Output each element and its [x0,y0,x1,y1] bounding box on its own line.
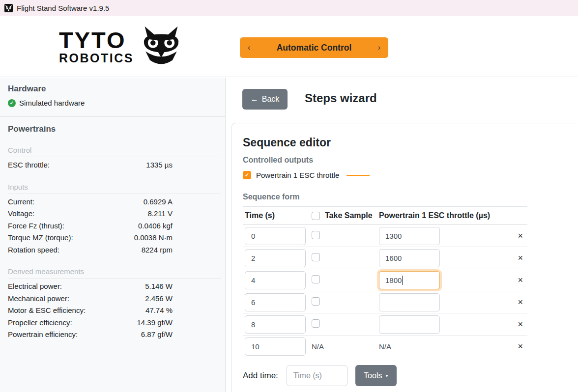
main-panel: ← Back Steps wizard Sequence editor Cont… [226,78,578,392]
take-sample-checkbox[interactable] [312,319,320,328]
time-input[interactable] [245,337,306,356]
measurement-row: Current: 0.6929 A [8,196,221,208]
add-time-input[interactable] [287,365,347,386]
take-sample-header-label: Take Sample [325,211,373,220]
tools-dropdown-button[interactable]: Tools ▾ [355,365,397,386]
sequence-form-heading: Sequence form [243,193,578,201]
measurement-section-label: Control [8,146,221,157]
measurement-row: Torque MZ (torque): 0.0038 N·m [8,232,221,244]
measurement-value: 2.456 W [145,293,173,305]
back-arrow-icon: ← [251,95,259,104]
measurement-row: Rotation speed: 8224 rpm [8,244,221,256]
next-chevron-icon[interactable]: › [378,44,380,52]
hardware-status: ✓ Simulated hardware [8,99,217,107]
throttle-input[interactable] [379,315,440,334]
measurement-row: Motor & ESC efficiency: 47.74 % [8,305,221,317]
text-cursor [402,276,403,285]
measurement-name: ESC throttle: [8,159,50,171]
add-time-row: Add time: Tools ▾ [243,365,578,386]
measurement-section: Control ESC throttle: 1335 µs [8,146,221,171]
sequence-table-header: Time (s) Take Sample Powertrain 1 ESC th… [243,206,527,225]
delete-row-button[interactable]: × [518,320,523,329]
sequence-table: Time (s) Take Sample Powertrain 1 ESC th… [243,206,527,358]
brand-top: TYTO [59,29,134,52]
measurement-name: Motor & ESC efficiency: [8,305,86,317]
measurement-value: 6.87 gf/W [141,329,173,341]
measurement-row: Mechanical power: 2.456 W [8,293,221,305]
na-text: N/A [379,342,391,351]
throttle-input[interactable] [379,271,440,289]
sequence-row: N/A N/A × [243,336,527,358]
check-circle-icon: ✓ [8,99,16,107]
measurement-name: Electrical power: [8,280,62,293]
owl-logo-icon [140,25,183,70]
sidebar: Hardware ✓ Simulated hardware Powertrain… [0,78,226,392]
take-sample-all-checkbox[interactable] [312,212,320,220]
delete-row-button[interactable]: × [518,342,523,351]
measurement-row: ESC throttle: 1335 µs [8,159,221,171]
measurement-value: 1335 µs [146,159,173,171]
measurement-value: 47.74 % [145,305,173,317]
measurement-value: 8.211 V [147,208,173,220]
output-legend-line [347,175,370,176]
sequence-row: × [243,225,527,247]
time-input[interactable] [245,227,306,245]
app-owl-icon [4,4,13,12]
time-input[interactable] [245,293,306,311]
app-header: TYTO ROBOTICS ‹ Automatic Control › [0,16,578,77]
measurement-value: 8224 rpm [142,244,173,256]
measurement-section: Inputs Current: 0.6929 A Voltage: 8.211 … [8,183,221,256]
sequence-row: × [243,313,527,336]
tyto-robotics-logo: TYTO ROBOTICS [59,25,183,70]
measurement-name: Torque MZ (torque): [8,232,73,244]
measurement-name: Voltage: [8,208,34,220]
measurement-row: Powertrain efficiency: 6.87 gf/W [8,329,221,341]
take-sample-checkbox[interactable] [312,253,320,261]
measurement-name: Current: [8,196,34,208]
page-title: Steps wizard [305,91,377,105]
measurement-section-label: Inputs [8,183,221,194]
measurement-row: Force Fz (thrust): 0.0406 kgf [8,220,221,232]
throttle-input[interactable] [379,293,440,311]
throttle-input[interactable] [379,249,440,267]
measurement-section-label: Derived measurements [8,267,221,279]
take-sample-checkbox[interactable] [312,231,320,239]
time-input[interactable] [245,249,306,267]
sequence-row: × [243,291,527,313]
delete-row-button[interactable]: × [518,253,523,262]
brand-text: TYTO ROBOTICS [59,29,134,65]
caret-down-icon: ▾ [385,373,388,378]
back-button[interactable]: ← Back [242,89,288,110]
delete-row-button[interactable]: × [518,298,523,307]
hardware-section: Hardware ✓ Simulated hardware [0,78,225,117]
throttle-input[interactable] [379,227,440,245]
col-header-time: Time (s) [243,211,312,220]
measurement-row: Voltage: 8.211 V [8,208,221,220]
sequence-row: × [243,269,527,291]
measurement-value: 5.146 W [145,280,173,293]
back-button-label: Back [262,95,280,104]
delete-row-button[interactable]: × [518,231,523,240]
measurement-value: 0.0406 kgf [138,220,173,232]
measurement-row: Propeller efficiency: 14.39 gf/W [8,317,221,329]
output-checkbox[interactable]: ✓ [243,171,251,179]
window-titlebar: Flight Stand Software v1.9.5 [0,0,578,16]
brand-bottom: ROBOTICS [59,52,134,65]
controlled-outputs-heading: Controlled outputs [243,156,578,165]
hardware-heading: Hardware [8,84,217,94]
automatic-control-nav-button[interactable]: ‹ Automatic Control › [240,37,388,58]
window-title: Flight Stand Software v1.9.5 [17,4,109,12]
add-time-label: Add time: [243,371,278,381]
take-sample-checkbox[interactable] [312,275,320,283]
take-sample-checkbox[interactable] [312,297,320,306]
controlled-output-row: ✓ Powertrain 1 ESC throttle [243,171,578,179]
col-header-take-sample: Take Sample [312,211,379,220]
nav-button-label: Automatic Control [250,43,377,53]
delete-row-button[interactable]: × [518,276,523,284]
time-input[interactable] [245,315,306,334]
time-input[interactable] [245,271,306,289]
measurement-value: 0.0038 N·m [134,232,173,244]
measurement-row: Electrical power: 5.146 W [8,280,221,293]
powertrains-heading: Powertrains [8,124,221,134]
output-checkbox-label: Powertrain 1 ESC throttle [256,171,339,179]
